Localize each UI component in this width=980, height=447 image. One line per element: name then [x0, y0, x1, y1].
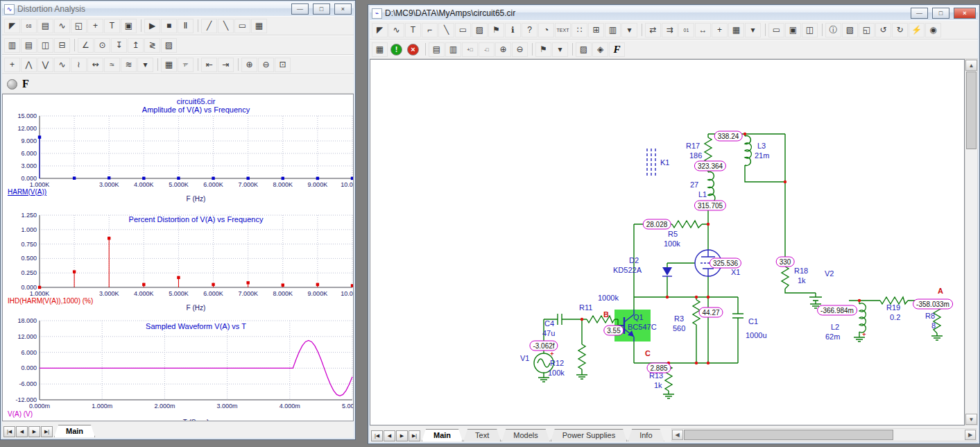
panes-vertical-icon[interactable]: ▥ — [4, 38, 20, 53]
page-remove-icon[interactable]: -□ — [479, 42, 495, 57]
period-icon[interactable]: 'P' — [178, 58, 194, 72]
minimize-button[interactable]: — — [291, 3, 309, 15]
pane-single-icon[interactable]: ⊟ — [54, 38, 70, 53]
help-mode-icon[interactable]: ? — [522, 23, 538, 37]
peak-icon[interactable]: ⋀ — [21, 58, 37, 72]
add-point-icon[interactable]: + — [4, 58, 20, 72]
find-icon[interactable]: ◉ — [925, 23, 941, 37]
graphics-icon[interactable]: ▭ — [455, 23, 471, 37]
tag-down-icon[interactable]: ↧ — [111, 38, 127, 53]
nav-next-button[interactable]: ▶ — [28, 426, 40, 437]
text-doc-icon[interactable]: TEXT — [555, 23, 571, 37]
font-icon[interactable]: F — [609, 42, 625, 57]
scroll-up-button[interactable]: ▲ — [965, 60, 977, 71]
wave-icon[interactable]: ∿ — [54, 58, 70, 72]
pause-icon[interactable]: Ⅱ — [178, 19, 194, 33]
add-waveform-icon[interactable]: ∿ — [54, 19, 70, 33]
scroll-down-button[interactable]: ▼ — [965, 414, 977, 425]
horizontal-scroll-thumb[interactable] — [684, 430, 893, 440]
distortion-chart[interactable]: 0.0000.2500.5000.7501.0001.2501.000K3.00… — [3, 205, 354, 312]
approx-icon[interactable]: ≈ — [104, 58, 120, 72]
envelope-icon[interactable]: ≋ — [121, 58, 137, 72]
sphere-icon[interactable] — [7, 79, 17, 90]
chart-legend[interactable]: HARM(V(A)) — [8, 188, 46, 196]
title-block-icon[interactable]: ▣ — [785, 23, 801, 37]
wire-diagonal-icon[interactable]: ╲ — [438, 23, 454, 37]
text-icon[interactable]: T — [104, 19, 120, 33]
logic-states-icon[interactable]: 01 — [678, 23, 694, 37]
minimize-button[interactable]: — — [911, 8, 928, 19]
close-button[interactable]: × — [954, 8, 976, 19]
schematic-canvas[interactable]: K1R17186L321m27L1R5100kD2KD522AX1R181kV2… — [370, 59, 965, 425]
image-icon[interactable]: ▨ — [576, 42, 592, 57]
tag-icon[interactable]: ▣ — [121, 19, 137, 33]
chart-legend[interactable]: IHD(HARM(V(A)),1000) (%) — [8, 297, 93, 305]
select-icon[interactable]: ◤ — [4, 19, 20, 33]
cursor-icon[interactable]: + — [87, 19, 103, 33]
tab-text[interactable]: Text — [463, 429, 501, 441]
nav-previous-button[interactable]: ◀ — [16, 426, 28, 437]
node-numbers-icon[interactable]: ⇄ — [645, 23, 661, 37]
copy-window-icon[interactable]: ▥ — [445, 42, 461, 57]
nav-next-button[interactable]: ▶ — [396, 430, 408, 441]
flag-icon[interactable]: ⚑ — [488, 23, 504, 37]
more-icon[interactable]: ▾ — [137, 58, 153, 72]
waveform-chart[interactable]: -12.000-6.0000.0006.00012.00018.0000.000… — [3, 314, 354, 421]
rotate-ccw-icon[interactable]: ↺ — [875, 23, 891, 37]
power-icon[interactable]: ⚡ — [909, 23, 925, 37]
right-titlebar[interactable]: ⌁ D:\MC9\DATA\MyAmps\circuit65.cir — □ × — [370, 6, 978, 20]
maximize-button[interactable]: □ — [313, 3, 330, 15]
picture-icon[interactable]: ▨ — [472, 23, 488, 37]
panes-horizontal-icon[interactable]: ▤ — [21, 38, 37, 53]
wreath-icon[interactable]: ≀ — [71, 58, 87, 72]
help-book-icon[interactable]: ◈ — [592, 42, 608, 57]
vertical-scroll-track[interactable] — [965, 150, 977, 414]
stop-sim-icon[interactable]: × — [407, 44, 419, 56]
zoom-out-icon[interactable]: ⊖ — [512, 42, 528, 57]
stop-icon[interactable]: ■ — [161, 19, 177, 33]
flag-icon[interactable]: ⚑ — [535, 42, 551, 57]
compare-icon[interactable]: ≷ — [144, 38, 160, 53]
grid-icon[interactable]: ▦ — [728, 23, 744, 37]
font-f-icon[interactable]: F — [22, 78, 29, 90]
valley-icon[interactable]: ⋁ — [37, 58, 53, 72]
data-grid-icon[interactable]: ▦ — [161, 58, 177, 72]
left-titlebar[interactable]: ∿ Distortion Analysis — □ × — [2, 2, 354, 16]
panes-overlap-icon[interactable]: ◫ — [37, 38, 53, 53]
currents-icon[interactable]: ⇉ — [662, 23, 678, 37]
info-icon[interactable]: ℹ — [505, 23, 521, 37]
animate-icon[interactable]: ◔ — [538, 23, 554, 37]
go-left-icon[interactable]: ⇤ — [201, 58, 217, 72]
page-add-icon[interactable]: +□ — [462, 42, 478, 57]
hatch-icon[interactable]: ▨ — [161, 38, 177, 53]
chart-legend[interactable]: V(A) (V) — [8, 410, 33, 418]
maximize-button[interactable]: □ — [932, 8, 949, 19]
nav-previous-button[interactable]: ◀ — [384, 430, 395, 441]
scale-icon[interactable]: ◱ — [71, 19, 87, 33]
tab-models[interactable]: Models — [501, 429, 549, 441]
scroll-right-button[interactable]: ▶ — [965, 430, 976, 440]
wave-arrow-icon[interactable]: ↭ — [87, 58, 103, 72]
amplitude-chart[interactable]: 0.0003.0006.0009.00012.00015.0001.000K3.… — [3, 96, 354, 204]
vertical-scrollbar[interactable]: ▲ ▼ — [965, 59, 978, 425]
graph-68-icon[interactable]: 68 — [21, 19, 37, 33]
go-right-icon[interactable]: ⇥ — [218, 58, 234, 72]
horizontal-scrollbar[interactable]: ◀ ▶ — [671, 428, 977, 441]
component-icon[interactable]: ∿ — [388, 23, 404, 37]
text-icon[interactable]: T — [405, 23, 421, 37]
flag-more-icon[interactable]: ▾ — [552, 42, 568, 57]
zoom-area-icon[interactable]: ⊡ — [275, 58, 291, 72]
close-button[interactable]: × — [334, 3, 352, 15]
scroll-left-button[interactable]: ◀ — [672, 430, 683, 440]
vertical-scroll-thumb[interactable] — [966, 71, 977, 149]
fit-icon[interactable]: ◱ — [859, 23, 875, 37]
more-icon[interactable]: ▾ — [621, 23, 637, 37]
grid-icon[interactable]: ▦ — [251, 19, 267, 33]
data-points-icon[interactable]: ⊙ — [94, 38, 110, 53]
grid-more-icon[interactable]: ▾ — [745, 23, 761, 37]
attributes-icon[interactable]: ⓘ — [825, 23, 841, 37]
tab-main[interactable]: Main — [422, 429, 463, 441]
rectangle-icon[interactable]: ▭ — [234, 19, 250, 33]
nav-first-button[interactable]: |◀ — [3, 426, 15, 437]
panel-props-icon[interactable]: ▤ — [37, 19, 53, 33]
